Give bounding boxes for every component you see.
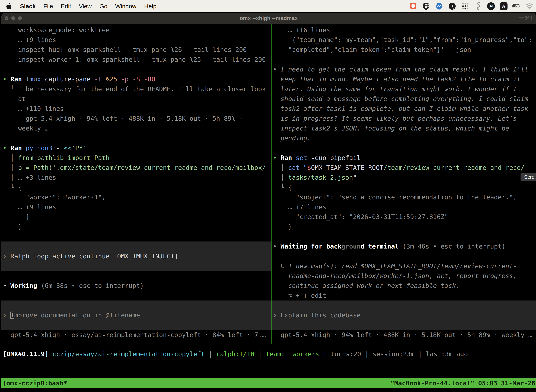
terminal-line: • Working (6m 38s • esc to interrupt) (1, 281, 271, 291)
terminal-line: │ cat "$OMX_TEAM_STATE_ROOT/team/review-… (272, 163, 536, 173)
terminal-line: … +16 lines (272, 25, 536, 35)
terminal-line: › Explain this codebase (272, 310, 536, 320)
terminal-line: │ p = Path('.omx/state/team/review-curre… (1, 163, 271, 173)
terminal-line: › Improve documentation in @filename (1, 310, 271, 320)
terminal-line: task2 after task1 is complete, but can I… (272, 104, 536, 114)
terminal-line: continue assigned work or next feasible … (272, 281, 536, 291)
terminal-line (1, 133, 271, 143)
terminal-line: └ { (1, 182, 271, 192)
wifi-icon[interactable] (526, 2, 534, 10)
apple-logo-icon[interactable] (6, 2, 13, 10)
dragon-icon[interactable] (474, 2, 482, 10)
terminal-line: "completed","claim_token":"claim-token"}… (272, 45, 536, 55)
terminal-line (272, 55, 536, 65)
terminal-line: "subject": "send a concise recommendatio… (272, 192, 536, 202)
terminal-line (272, 251, 536, 261)
terminal-line: └ { (272, 182, 536, 192)
menu-item-view[interactable]: View (79, 3, 92, 10)
traffic-lights (5, 13, 22, 24)
terminal-line: "created_at": "2026-03-31T11:59:27.816Z" (272, 212, 536, 222)
terminal-content: workspace_mode: worktree … +9 lines insp… (1, 24, 536, 392)
window-title: omx --xhigh --madmax (1, 15, 536, 21)
pane-border-bottom-right (272, 344, 536, 344)
terminal-line: inspect task2's JSON, focusing on the st… (272, 123, 536, 133)
terminal-line: │ tasks/task-2.json" (272, 173, 536, 182)
terminal-line: pending. (272, 133, 536, 143)
terminal-line: • Waiting for background terminal (3m 46… (272, 242, 536, 251)
terminal-line: › Ralph loop active continue [OMX_TMUX_I… (1, 251, 271, 261)
terminal-line (1, 291, 271, 300)
tmux-status-bar: [omx-cczip0:bash* "MacBook-Pro-44.local"… (1, 378, 536, 388)
tmux-session-label: [omx-cczip0:bash* (2, 379, 67, 387)
terminal-line: • I need to get the claim token from the… (272, 65, 536, 74)
privacy-grid-icon[interactable] (422, 2, 430, 10)
terminal-line (1, 232, 271, 242)
terminal-line: │ … +3 lines (1, 173, 271, 182)
tmux-pane-right[interactable]: … +16 lines '{"team_name":"my-team","tas… (272, 24, 536, 345)
terminal-line: workspace_mode: worktree (1, 25, 271, 35)
terminal-line (272, 143, 536, 153)
menu-bar: SlackFileEditViewGoWindowHelp ..61 A (0, 0, 536, 12)
menu-item-window[interactable]: Window (115, 3, 136, 10)
terminal-line: "worker": "worker-1", (1, 192, 271, 202)
screen-tooltip: Scre (521, 173, 536, 182)
terminal-line (1, 300, 271, 310)
terminal-line (1, 65, 271, 74)
terminal-line (1, 320, 271, 330)
terminal-line: inspect_hud: omx sparkshell --tmux-pane … (1, 45, 271, 55)
terminal-line: should send a message before completing … (272, 94, 536, 104)
terminal-line: │ from pathlib import Path (1, 153, 271, 163)
terminal-line: ⌥ + ↑ edit (272, 291, 536, 300)
terminal-line: inspect_worker-1: omx sparkshell --tmux-… (1, 55, 271, 65)
terminal-line: } (1, 222, 271, 232)
terminal-line: • Ran tmux capture-pane -t %25 -p -S -80 (1, 74, 271, 84)
terminal-line: • Ran set -euo pipefail (272, 153, 536, 163)
menu-item-file[interactable]: File (43, 3, 53, 10)
menu-item-slack[interactable]: Slack (20, 3, 36, 10)
tmux-host-clock-label: "MacBook-Pro-44.local" 05:03 31-Mar-26 (390, 379, 535, 387)
terminal-line: at (1, 94, 271, 104)
menu-item-edit[interactable]: Edit (61, 3, 71, 10)
menu-item-help[interactable]: Help (144, 3, 157, 10)
terminal-line: ↳ 1 new msg(s): read $OMX_TEAM_STATE_ROO… (272, 261, 536, 271)
close-button[interactable] (5, 16, 9, 20)
terminal-line (1, 261, 271, 271)
count-badge-icon[interactable]: ..61 (487, 2, 495, 10)
menu-items: SlackFileEditViewGoWindowHelp (20, 3, 157, 10)
terminal-line (1, 242, 271, 251)
terminal-line: • Ran python3 - <<'PY' (1, 143, 271, 153)
sync-badge-icon[interactable] (435, 2, 443, 10)
terminal-line: later. Using the same for transition mig… (272, 84, 536, 94)
terminal-line: gpt-5.4 xhigh · essay/ai-reimplementatio… (1, 330, 271, 340)
terminal-line: ] (1, 212, 271, 222)
tmux-pane-left[interactable]: workspace_mode: worktree … +9 lines insp… (1, 24, 271, 345)
omx-status-line: [OMX#0.11.9] cczip/essay/ai-reimplementa… (3, 349, 468, 359)
window-shortcut-hint: ⌥⌘1 (518, 13, 533, 24)
screenshot-app-icon[interactable] (409, 2, 417, 10)
screen: { "menu_bar": { "apple_icon": "apple-log… (0, 0, 536, 392)
terminal-line: … +9 lines (1, 35, 271, 45)
terminal-window: omx --xhigh --madmax ⌥⌘1 workspace_mode:… (1, 13, 536, 392)
terminal-line: └ be necessary for the end of the README… (1, 84, 271, 94)
terminal-line: … +110 lines (1, 104, 271, 114)
terminal-line: gpt-5.4 xhigh · 94% left · 488K in · 5.1… (1, 114, 271, 123)
terminal-line: weekly … (1, 123, 271, 133)
pane-border-bottom-left (1, 344, 271, 344)
terminal-line: … +7 lines (272, 202, 536, 212)
terminal-line: readme-and-reco/mailbox/worker-1.json, a… (272, 271, 536, 281)
menu-bar-status-icons: ..61 A (409, 2, 536, 10)
terminal-line (272, 300, 536, 310)
terminal-line (272, 232, 536, 242)
terminal-line (272, 320, 536, 330)
menu-item-go[interactable]: Go (99, 3, 107, 10)
terminal-line: keep that in mind. Maybe I also need the… (272, 74, 536, 84)
terminal-line: gpt-5.4 xhigh · 94% left · 488K in · 5.1… (272, 330, 536, 340)
zoom-button[interactable] (18, 16, 22, 20)
battery-charging-icon[interactable] (512, 2, 521, 10)
window-titlebar[interactable]: omx --xhigh --madmax ⌥⌘1 (1, 13, 536, 24)
pie-menu-icon[interactable] (448, 2, 456, 10)
minimize-button[interactable] (11, 16, 15, 20)
terminal-line: is in progress? It seems likely but perh… (272, 114, 536, 123)
input-source-icon[interactable]: A (500, 2, 507, 10)
dots-grid-icon[interactable] (461, 2, 469, 10)
